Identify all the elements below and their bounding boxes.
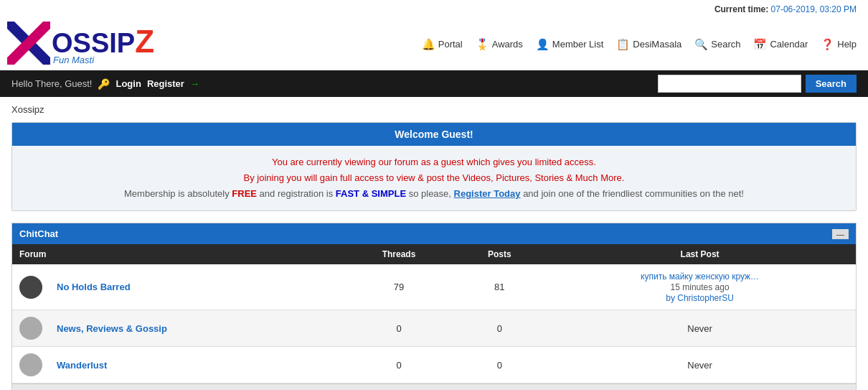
threads-cell: 0: [343, 310, 456, 347]
welcome-body: You are currently viewing our forum as a…: [12, 146, 856, 210]
nav-help[interactable]: ❓ Help: [821, 38, 857, 51]
nav-calendar-label: Calendar: [770, 39, 808, 50]
lastpost-cell: купить майку женскую круж…15 minutes ago…: [544, 264, 856, 310]
nav-desimasala[interactable]: 📋 DesiMasala: [616, 38, 681, 51]
nav-awards-label: Awards: [492, 39, 523, 50]
never-text: Never: [687, 360, 712, 371]
table-row: News, Reviews & Gossip00Never: [12, 310, 856, 347]
login-link[interactable]: Login: [115, 78, 141, 89]
hello-text: Hello There, Guest!: [11, 78, 92, 89]
forum-table: Forum Threads Posts Last Post No Holds B…: [12, 244, 856, 384]
line3-mid: and registration is: [257, 188, 336, 199]
forum-icon: [19, 353, 42, 376]
portal-icon: 🔔: [422, 38, 435, 51]
nav-memberlist-label: Member List: [552, 39, 604, 50]
register-link[interactable]: Register: [147, 78, 184, 89]
lastpost-cell: Never: [544, 310, 856, 347]
awards-icon: 🎖️: [476, 38, 489, 51]
current-time: 03:20 PM: [820, 4, 857, 14]
table-header-row: Forum Threads Posts Last Post: [12, 244, 856, 264]
black-bar-left: Hello There, Guest! 🔑 Login Register →: [11, 78, 199, 90]
breadcrumb: Xossipz: [11, 104, 857, 115]
forum-col-header: Forum: [12, 244, 343, 264]
table-row: No Holds Barred7981купить майку женскую …: [12, 264, 856, 310]
logo-svg: [7, 22, 50, 65]
threads-cell: 79: [343, 264, 456, 310]
chitchat-title: ChitChat: [19, 228, 58, 239]
login-icon: 🔑: [98, 78, 110, 90]
forum-name-link[interactable]: No Holds Barred: [57, 282, 131, 292]
chitchat-section: ChitChat — Forum Threads Posts Last Post…: [11, 223, 857, 390]
table-row: Wanderlust00Never: [12, 347, 856, 384]
posts-cell: 0: [455, 347, 544, 384]
lastpost-user[interactable]: by ChristopherSU: [666, 293, 734, 303]
current-time-label: Current time:: [714, 4, 768, 14]
nav-area: 🔔 Portal 🎖️ Awards 👤 Member List 📋 DesiM…: [422, 38, 857, 51]
posts-col-header: Posts: [455, 244, 544, 264]
black-bar-right: Search: [658, 75, 857, 93]
line3-end: and join one of the friendliest communit…: [521, 188, 744, 199]
fast-text: FAST & SIMPLE: [336, 188, 406, 199]
help-icon: ❓: [821, 38, 834, 51]
calendar-icon: 📅: [753, 38, 767, 51]
collapse-button[interactable]: —: [832, 229, 849, 239]
black-bar: Hello There, Guest! 🔑 Login Register → S…: [0, 70, 868, 97]
logo-ossip: OSSIP: [52, 28, 135, 58]
nav-search-label: Search: [711, 39, 740, 50]
lastpost-time: 15 minutes ago: [671, 282, 730, 292]
welcome-box: Welcome Guest! You are currently viewing…: [11, 122, 857, 211]
nav-desimasala-label: DesiMasala: [633, 39, 681, 50]
main-content: Xossipz Welcome Guest! You are currently…: [0, 97, 868, 390]
desimasala-icon: 📋: [616, 38, 630, 51]
header: OSSIPZ Fun Masti 🔔 Portal 🎖️ Awards 👤 Me…: [0, 19, 868, 70]
line3-post: so please,: [406, 188, 451, 199]
search-input[interactable]: [658, 75, 801, 93]
free-text: FREE: [232, 188, 257, 199]
never-text: Never: [687, 323, 712, 334]
welcome-header: Welcome Guest!: [12, 123, 856, 146]
welcome-line3: Membership is absolutely FREE and regist…: [21, 186, 847, 202]
welcome-line2: By joining you will gain full access to …: [21, 170, 847, 186]
lastpost-col-header: Last Post: [544, 244, 856, 264]
welcome-line1: You are currently viewing our forum as a…: [21, 154, 847, 170]
nav-search[interactable]: 🔍 Search: [694, 38, 740, 51]
current-date: 07-06-2019,: [771, 4, 818, 14]
forum-name-link[interactable]: News, Reviews & Gossip: [57, 323, 167, 334]
nav-memberlist[interactable]: 👤 Member List: [536, 38, 604, 51]
logo-area[interactable]: OSSIPZ Fun Masti: [7, 22, 154, 67]
search-icon: 🔍: [694, 38, 708, 51]
nav-calendar[interactable]: 📅 Calendar: [753, 38, 808, 51]
nav-help-label: Help: [837, 39, 857, 50]
nav-awards[interactable]: 🎖️ Awards: [476, 38, 523, 51]
search-button[interactable]: Search: [806, 75, 857, 93]
breadcrumb-text: Xossipz: [11, 104, 44, 115]
nav-portal-label: Portal: [438, 39, 463, 50]
forum-icon: [19, 317, 42, 340]
forum-icon: [19, 276, 42, 299]
memberlist-icon: 👤: [536, 38, 549, 51]
forum-tbody: No Holds Barred7981купить майку женскую …: [12, 264, 856, 384]
posts-cell: 81: [455, 264, 544, 310]
chitchat-header: ChitChat —: [12, 223, 856, 244]
nav-portal[interactable]: 🔔 Portal: [422, 38, 463, 51]
logo-z: Z: [135, 24, 154, 59]
posts-cell: 0: [455, 310, 544, 347]
threads-cell: 0: [343, 347, 456, 384]
lastpost-link[interactable]: купить майку женскую круж…: [641, 271, 759, 282]
register-today-link[interactable]: Register Today: [454, 188, 521, 199]
top-bar: Current time: 07-06-2019, 03:20 PM: [0, 0, 868, 19]
line3-pre: Membership is absolutely: [124, 188, 232, 199]
lastpost-cell: Never: [544, 347, 856, 384]
bottom-dots: …: [12, 384, 856, 390]
threads-col-header: Threads: [343, 244, 456, 264]
forum-name-link[interactable]: Wanderlust: [57, 360, 107, 371]
register-arrow: →: [190, 78, 199, 89]
